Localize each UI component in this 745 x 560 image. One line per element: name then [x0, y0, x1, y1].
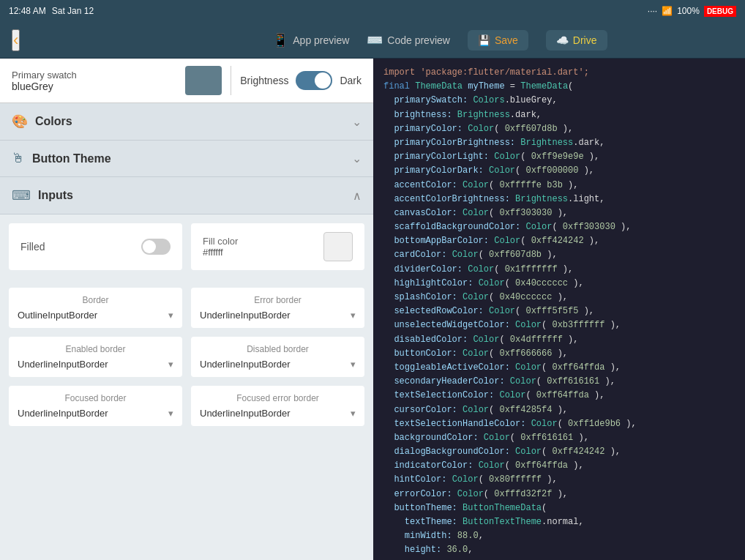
time-display: 12:48 AM [9, 6, 46, 16]
code-line: backgroundColor: Color( 0xff616161 ), [383, 431, 735, 445]
code-line: buttonColor: Color( 0xff666666 ), [383, 347, 735, 361]
signal-dots: ···· [648, 6, 657, 16]
save-label: Save [495, 34, 518, 46]
error-border-select[interactable]: UnderlineInputBorder ▾ [200, 310, 356, 321]
inputs-content: Filled Fill color #ffffff Borde [0, 214, 373, 444]
enabled-border-value: UnderlineInputBorder [18, 359, 108, 370]
border-select[interactable]: OutlineInputBorder ▾ [18, 310, 173, 321]
code-line: dialogBackgroundColor: Color( 0xff424242… [383, 445, 735, 459]
phone-icon: 📱 [272, 32, 288, 48]
code-line: errorColor: Color( 0xfffd32f2f ), [383, 488, 735, 501]
focused-border-select[interactable]: UnderlineInputBorder ▾ [18, 408, 173, 419]
focused-error-border-value: UnderlineInputBorder [200, 408, 291, 419]
button-theme-section-header[interactable]: 🖱 Button Theme ⌄ [0, 141, 373, 177]
swatch-label: Primary swatch [12, 70, 176, 81]
border-item-focused-error: Focused error border UnderlineInputBorde… [191, 386, 364, 426]
border-item-disabled: Disabled border UnderlineInputBorder ▾ [191, 337, 364, 377]
code-line: buttonTheme: ButtonThemeData( [383, 501, 735, 515]
enabled-border-select[interactable]: UnderlineInputBorder ▾ [18, 359, 173, 370]
code-line: indicatorColor: Color( 0xff64ffda ), [383, 459, 735, 473]
code-preview-btn[interactable]: ⌨️ Code preview [367, 32, 450, 48]
drive-button[interactable]: ☁️ Drive [546, 30, 607, 51]
code-line: highlightColor: Color( 0x40cccccc ), [383, 277, 735, 291]
code-line: padding: EdgeInsets.only(top:0.0,bottom:… [383, 558, 735, 560]
brightness-toggle[interactable] [296, 71, 332, 90]
code-line: textSelectionColor: Color( 0xff64ffda ), [383, 389, 735, 403]
error-border-label: Error border [200, 295, 356, 305]
dark-label: Dark [340, 75, 362, 86]
disabled-border-value: UnderlineInputBorder [200, 359, 291, 370]
code-line: textTheme: ButtonTextTheme.normal, [383, 515, 735, 529]
error-border-value: UnderlineInputBorder [200, 310, 291, 321]
nav-actions: 📱 App preview ⌨️ Code preview 💾 Save ☁️ … [272, 30, 607, 51]
filled-toggle-knob [143, 240, 156, 253]
disabled-border-dropdown-icon: ▾ [351, 359, 356, 370]
main-layout: Primary swatch blueGrey Brightness Dark … [0, 59, 745, 560]
border-item-border: Border OutlineInputBorder ▾ [9, 288, 182, 328]
debug-wrapper: DEBUG [704, 6, 736, 16]
save-button[interactable]: 💾 Save [468, 30, 528, 51]
fill-color-info: Fill color #ffffff [203, 236, 315, 258]
code-line: splashColor: Color( 0x40cccccc ), [383, 291, 735, 305]
focused-error-border-label: Focused error border [200, 393, 356, 403]
focused-error-border-dropdown-icon: ▾ [351, 408, 356, 419]
error-border-dropdown-icon: ▾ [351, 310, 356, 321]
code-line: canvasColor: Color( 0xff303030 ), [383, 206, 735, 220]
code-line: toggleableActiveColor: Color( 0xff64ffda… [383, 361, 735, 375]
fill-color-section: Fill color #ffffff [191, 223, 364, 270]
inputs-section-header[interactable]: ⌨ Inputs ∧ [0, 177, 373, 214]
inputs-section-title: Inputs [38, 189, 353, 202]
fill-color-value: #ffffff [203, 247, 315, 258]
palette-icon: 🎨 [12, 113, 28, 130]
brightness-section: Brightness Dark [240, 71, 362, 90]
code-line: cursorColor: Color( 0xff4285f4 ), [383, 403, 735, 417]
code-line: primarySwatch: Colors.blueGrey, [383, 94, 735, 108]
filled-row: Filled [9, 223, 182, 270]
border-label: Border [18, 295, 173, 305]
swatch-color-block[interactable] [185, 66, 222, 95]
code-line: accentColor: Color( 0xfffffe b3b ), [383, 179, 735, 193]
fill-color-swatch[interactable] [323, 232, 353, 261]
colors-section-title: Colors [35, 115, 352, 128]
code-line: bottomAppBarColor: Color( 0xff424242 ), [383, 234, 735, 248]
disabled-border-label: Disabled border [200, 344, 356, 354]
filled-toggle[interactable] [141, 239, 171, 255]
code-line: hintColor: Color( 0x80ffffff ), [383, 473, 735, 487]
status-bar: 12:48 AM Sat Jan 12 ···· 📶 100% DEBUG [0, 0, 745, 22]
border-value: OutlineInputBorder [18, 310, 97, 321]
code-line: secondaryHeaderColor: Color( 0xff616161 … [383, 375, 735, 389]
code-line: primaryColorBrightness: Brightness.dark, [383, 136, 735, 150]
swatch-row: Primary swatch blueGrey Brightness Dark [0, 59, 373, 103]
focused-error-border-select[interactable]: UnderlineInputBorder ▾ [200, 408, 356, 419]
code-line: textSelectionHandleColor: Color( 0xff1de… [383, 417, 735, 431]
code-line: brightness: Brightness.dark, [383, 108, 735, 122]
code-line: scaffoldBackgroundColor: Color( 0xff3030… [383, 220, 735, 234]
disabled-border-select[interactable]: UnderlineInputBorder ▾ [200, 359, 356, 370]
swatch-info: Primary swatch blueGrey [12, 70, 176, 92]
code-line: unselectedWidgetColor: Color( 0xb3ffffff… [383, 318, 735, 332]
border-item-focused: Focused border UnderlineInputBorder ▾ [9, 386, 182, 426]
border-item-error: Error border UnderlineInputBorder ▾ [191, 288, 364, 328]
code-line: import 'package:flutter/material.dart'; [383, 66, 735, 80]
colors-section-header[interactable]: 🎨 Colors ⌄ [0, 103, 373, 141]
button-theme-title: Button Theme [32, 152, 352, 165]
code-line: minWidth: 88.0, [383, 529, 735, 543]
drive-label: Drive [573, 34, 597, 46]
focused-border-value: UnderlineInputBorder [18, 408, 108, 419]
filled-label: Filled [20, 241, 132, 253]
border-dropdown-icon: ▾ [168, 310, 173, 321]
date-display: Sat Jan 12 [52, 6, 94, 16]
inputs-chevron-icon: ∧ [353, 189, 362, 203]
drive-icon: ☁️ [556, 34, 569, 46]
app-preview-btn[interactable]: 📱 App preview [272, 32, 349, 48]
back-button[interactable]: ‹ [12, 29, 20, 51]
code-preview-label: Code preview [387, 34, 450, 46]
code-line: disabledColor: Color( 0x4dffffff ), [383, 333, 735, 347]
wifi-icon: 📶 [662, 6, 673, 16]
button-theme-chevron-icon: ⌄ [352, 152, 362, 165]
debug-badge: DEBUG [704, 6, 736, 17]
divider [231, 66, 231, 95]
code-panel: import 'package:flutter/material.dart'; … [373, 59, 745, 560]
border-grid: Border OutlineInputBorder ▾ Error border… [9, 288, 364, 426]
code-line: accentColorBrightness: Brightness.light, [383, 193, 735, 206]
